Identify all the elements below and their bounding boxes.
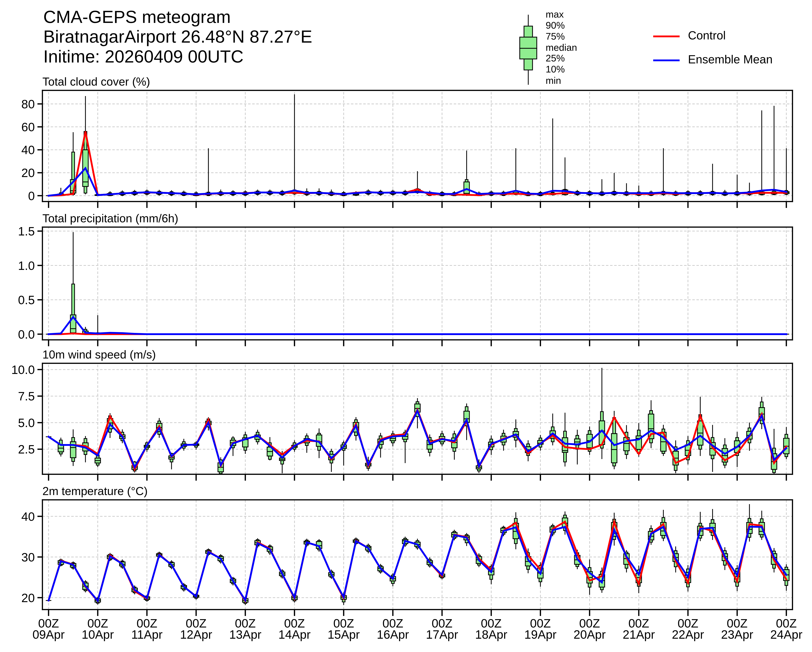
svg-text:1.5: 1.5 [18, 225, 35, 238]
svg-text:40: 40 [21, 143, 35, 157]
svg-text:23Apr: 23Apr [721, 628, 753, 641]
svg-text:Total precipitation (mm/6h): Total precipitation (mm/6h) [43, 212, 179, 225]
svg-text:min: min [546, 75, 561, 86]
svg-text:18Apr: 18Apr [475, 628, 507, 641]
svg-text:15Apr: 15Apr [328, 628, 360, 641]
svg-text:25%: 25% [546, 53, 565, 63]
svg-text:Total cloud cover (%): Total cloud cover (%) [43, 75, 150, 88]
svg-text:17Apr: 17Apr [426, 628, 458, 641]
svg-text:max: max [546, 9, 564, 20]
svg-text:0: 0 [28, 189, 35, 203]
svg-text:10Apr: 10Apr [82, 628, 114, 641]
svg-text:90%: 90% [546, 20, 565, 31]
svg-text:5.0: 5.0 [18, 416, 35, 430]
svg-text:Ensemble Mean: Ensemble Mean [688, 53, 772, 66]
svg-text:CMA-GEPS meteogram: CMA-GEPS meteogram [43, 7, 230, 27]
svg-text:12Apr: 12Apr [180, 628, 212, 641]
svg-text:7.5: 7.5 [18, 389, 35, 403]
svg-text:11Apr: 11Apr [131, 628, 163, 641]
svg-text:0.5: 0.5 [18, 293, 35, 307]
svg-text:40: 40 [21, 510, 35, 523]
svg-text:21Apr: 21Apr [623, 628, 655, 641]
svg-text:19Apr: 19Apr [524, 628, 557, 641]
svg-text:Initime: 20260409 00UTC: Initime: 20260409 00UTC [43, 46, 243, 66]
svg-text:24Apr: 24Apr [770, 628, 803, 641]
svg-text:60: 60 [21, 120, 35, 134]
svg-text:10.0: 10.0 [11, 363, 35, 377]
svg-text:20: 20 [21, 591, 35, 605]
svg-text:30: 30 [21, 551, 35, 564]
svg-text:BiratnagarAirport 26.48°N 87.2: BiratnagarAirport 26.48°N 87.27°E [43, 27, 312, 46]
svg-text:2m temperature (°C): 2m temperature (°C) [43, 485, 148, 497]
svg-text:09Apr: 09Apr [32, 628, 65, 641]
svg-text:median: median [546, 42, 577, 53]
svg-text:22Apr: 22Apr [672, 628, 704, 641]
svg-text:13Apr: 13Apr [229, 628, 261, 641]
svg-text:14Apr: 14Apr [278, 628, 311, 641]
svg-text:0.0: 0.0 [18, 328, 35, 341]
svg-text:20: 20 [21, 166, 35, 179]
svg-text:10%: 10% [546, 64, 565, 74]
svg-text:Control: Control [688, 29, 726, 42]
svg-text:80: 80 [21, 97, 35, 111]
svg-text:10m wind speed (m/s): 10m wind speed (m/s) [43, 348, 156, 361]
svg-text:2.5: 2.5 [18, 442, 35, 456]
svg-text:75%: 75% [546, 31, 565, 41]
svg-text:1.0: 1.0 [18, 259, 35, 272]
svg-text:20Apr: 20Apr [574, 628, 606, 641]
svg-text:16Apr: 16Apr [377, 628, 409, 641]
